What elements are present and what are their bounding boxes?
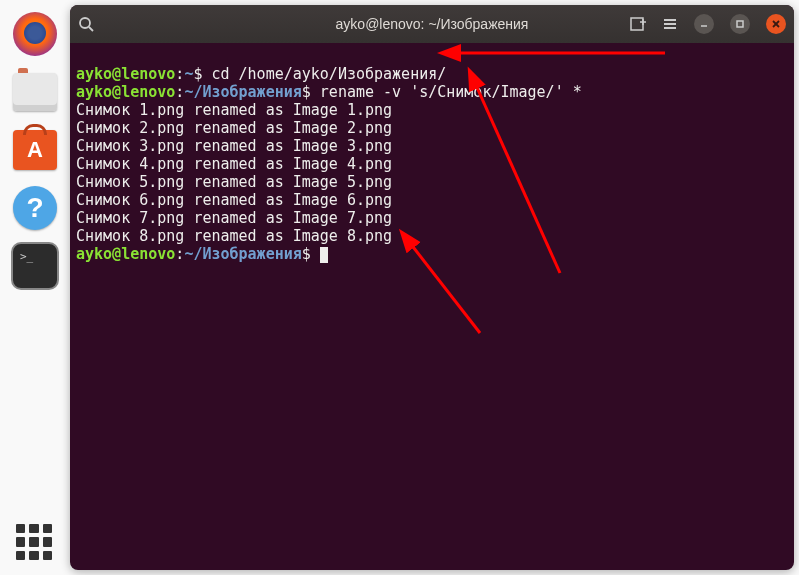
hamburger-menu-icon[interactable] — [662, 16, 678, 32]
output-line: Снимок 8.png renamed as Image 8.png — [76, 227, 392, 245]
command-rename: rename -v 's/Снимок/Image/' * — [320, 83, 582, 101]
output-line: Снимок 1.png renamed as Image 1.png — [76, 101, 392, 119]
prompt-user: ayko@lenovo — [76, 83, 175, 101]
prompt-user: ayko@lenovo — [76, 245, 175, 263]
show-applications-button[interactable] — [16, 524, 52, 560]
svg-line-1 — [89, 27, 93, 31]
dock: >_ — [5, 5, 65, 570]
svg-point-0 — [80, 18, 90, 28]
terminal-icon: >_ — [20, 250, 33, 263]
folder-icon — [13, 73, 57, 111]
window-maximize-button[interactable] — [730, 14, 750, 34]
firefox-icon — [13, 12, 57, 56]
output-line: Снимок 5.png renamed as Image 5.png — [76, 173, 392, 191]
help-icon — [13, 186, 57, 230]
dock-item-files[interactable] — [11, 68, 59, 116]
dock-item-help[interactable] — [11, 184, 59, 232]
prompt-dollar: $ — [302, 83, 320, 101]
search-icon[interactable] — [78, 16, 94, 32]
dock-item-terminal[interactable]: >_ — [11, 242, 59, 290]
window-close-button[interactable] — [766, 14, 786, 34]
output-line: Снимок 4.png renamed as Image 4.png — [76, 155, 392, 173]
terminal-body[interactable]: ayko@lenovo:~$ cd /home/ayko/Изображения… — [70, 43, 794, 570]
svg-line-13 — [475, 83, 560, 273]
prompt-path: ~/Изображения — [184, 83, 301, 101]
output-line: Снимок 7.png renamed as Image 7.png — [76, 209, 392, 227]
svg-rect-9 — [737, 21, 743, 27]
software-store-icon — [13, 130, 57, 170]
window-title: ayko@lenovo: ~/Изображения — [336, 16, 529, 32]
output-line: Снимок 6.png renamed as Image 6.png — [76, 191, 392, 209]
svg-line-14 — [410, 243, 480, 333]
prompt-dollar: $ — [302, 245, 320, 263]
output-line: Снимок 2.png renamed as Image 2.png — [76, 119, 392, 137]
window-titlebar[interactable]: ayko@lenovo: ~/Изображения — [70, 5, 794, 43]
prompt-user: ayko@lenovo — [76, 65, 175, 83]
terminal-window: ayko@lenovo: ~/Изображения ayko@lenovo:~… — [70, 5, 794, 570]
command-cd: cd /home/ayko/Изображения/ — [211, 65, 446, 83]
terminal-cursor — [320, 247, 328, 263]
window-minimize-button[interactable] — [694, 14, 714, 34]
svg-rect-2 — [631, 18, 643, 30]
dock-item-firefox[interactable] — [11, 10, 59, 58]
prompt-dollar: $ — [193, 65, 211, 83]
new-tab-icon[interactable] — [630, 16, 646, 32]
output-line: Снимок 3.png renamed as Image 3.png — [76, 137, 392, 155]
prompt-path: ~/Изображения — [184, 245, 301, 263]
dock-item-software[interactable] — [11, 126, 59, 174]
